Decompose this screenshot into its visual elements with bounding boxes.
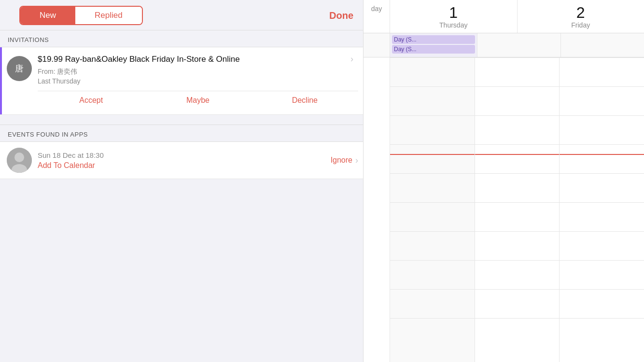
event-chevron: › [355,155,358,166]
ignore-button[interactable]: Ignore [331,156,352,165]
decline-button[interactable]: Decline [252,91,358,110]
hour-line [560,57,644,58]
hour-line [390,57,475,58]
allday-col-thursday [477,33,561,57]
header: New Replied Done [0,0,363,30]
invitation-text: $19.99 Ray-ban&Oakley Black Friday In-St… [38,54,350,89]
hour-line [390,318,475,319]
event-text: Sun 18 Dec at 18:30 Add To Calendar [38,151,331,170]
thursday-col[interactable] [475,57,560,362]
hour-line [475,86,560,87]
event-actions: Add To Calendar [38,161,331,170]
allday-col-partial: Day (S... Day (S... [390,33,477,57]
invitations-label: INVITATIONS [8,36,49,43]
svg-point-1 [14,153,24,162]
hour-line [390,289,475,290]
thursday-name: Thursday [439,21,467,29]
hour-line [475,144,560,145]
invitation-title: $19.99 Ray-ban&Oakley Black Friday In-St… [38,54,350,65]
now-line-friday [560,154,644,155]
hour-line [560,144,644,145]
hour-line [560,115,644,116]
partial-col-header: day [364,0,390,33]
event-date: Sun 18 Dec at 18:30 [38,151,331,159]
now-line [390,154,475,155]
segmented-control: New Replied [19,6,143,25]
hour-line [475,173,560,174]
maybe-button[interactable]: Maybe [144,91,251,110]
person-avatar [7,148,32,173]
hour-line [475,57,560,58]
hour-line [560,231,644,232]
hour-line [560,173,644,174]
hour-line [560,289,644,290]
person-icon [7,148,32,173]
invitation-date: Last Thursday [38,77,350,85]
accept-button[interactable]: Accept [38,91,144,110]
hour-line [475,289,560,290]
hour-line [560,260,644,261]
calendar-grid[interactable] [364,57,644,362]
now-line-thursday [475,154,560,155]
hour-line [475,115,560,116]
done-button[interactable]: Done [329,10,353,21]
add-to-calendar-button[interactable]: Add To Calendar [38,161,95,170]
left-panel: New Replied Done INVITATIONS 唐 $19.99 Ra… [0,0,363,362]
hour-line [390,260,475,261]
hour-line [390,202,475,203]
event-content: Sun 18 Dec at 18:30 Add To Calendar Igno… [2,142,363,179]
friday-name: Friday [571,21,590,29]
invitation-actions: Accept Maybe Decline [38,91,358,110]
hour-line [390,144,475,145]
hour-line [560,318,644,319]
replied-tab[interactable]: Replied [75,7,142,24]
invitation-chevron: › [350,54,358,64]
hour-line [475,231,560,232]
hour-line [560,86,644,87]
new-tab[interactable]: New [20,7,75,24]
hour-line [475,318,560,319]
allday-event-2[interactable]: Day (S... [392,45,475,54]
friday-num: 2 [576,5,585,20]
allday-event-1[interactable]: Day (S... [392,35,475,44]
event-right: Ignore › [331,155,358,166]
spacer [0,115,363,125]
event-item: Sun 18 Dec at 18:30 Add To Calendar Igno… [0,142,363,179]
hour-line [560,202,644,203]
events-section-header: EVENTS FOUND IN APPS [0,125,363,142]
allday-col-friday [561,33,644,57]
hour-line [475,202,560,203]
invitation-main-row: $19.99 Ray-ban&Oakley Black Friday In-St… [38,54,358,89]
invitations-section-header: INVITATIONS [0,30,363,47]
avatar: 唐 [7,56,32,81]
calendar-header: day 1 Thursday 2 Friday [364,0,644,33]
time-gutter [364,57,390,362]
invitation-body: $19.99 Ray-ban&Oakley Black Friday In-St… [38,54,358,110]
allday-gutter [364,33,390,57]
thursday-num: 1 [449,5,458,20]
invitation-content: 唐 $19.99 Ray-ban&Oakley Black Friday In-… [2,47,363,114]
partial-day-label: day [371,5,382,13]
thursday-col-header[interactable]: 1 Thursday [390,0,518,33]
hour-line [390,86,475,87]
invitation-item: 唐 $19.99 Ray-ban&Oakley Black Friday In-… [0,47,363,115]
friday-col[interactable] [560,57,644,362]
invitation-from: From: 唐奕伟 [38,68,350,76]
hour-line [390,173,475,174]
hour-line [390,115,475,116]
bottom-area [0,179,363,362]
hour-line [390,231,475,232]
partial-day-col [390,57,475,362]
all-day-row: Day (S... Day (S... [364,33,644,57]
events-label: EVENTS FOUND IN APPS [8,131,88,138]
friday-col-header[interactable]: 2 Friday [518,0,644,33]
right-panel: day 1 Thursday 2 Friday Day (S... Day (S… [363,0,644,362]
hour-line [475,260,560,261]
